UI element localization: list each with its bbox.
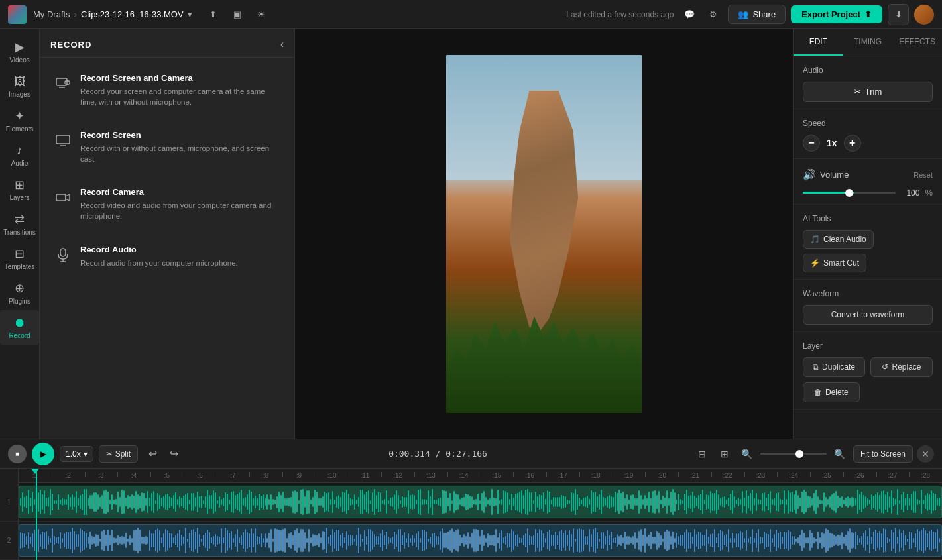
waveform-bar <box>662 539 664 541</box>
theme-icon-btn[interactable]: ☀ <box>252 5 270 24</box>
settings-icon-btn[interactable]: ⚙ <box>704 5 723 24</box>
waveform-bar <box>211 537 212 543</box>
waveform-bar <box>519 492 520 512</box>
sidebar-item-layers[interactable]: ⊞ Layers <box>0 172 39 207</box>
tab-edit[interactable]: EDIT <box>794 29 843 56</box>
sidebar-item-elements[interactable]: ✦ Elements <box>0 103 39 138</box>
undo-button[interactable]: ↩ <box>143 445 162 463</box>
waveform-bar <box>183 537 184 545</box>
volume-reset-button[interactable]: Reset <box>913 171 933 179</box>
waveform-bar <box>760 537 761 543</box>
record-option-audio[interactable]: Record Audio Record audio from your comp… <box>45 235 289 278</box>
zoom-in-icon-btn[interactable]: 🔍 <box>831 445 849 463</box>
waveform-bar <box>513 498 514 507</box>
waveform-bar <box>430 537 431 544</box>
waveform-bar <box>545 499 546 504</box>
stop-button[interactable]: ■ <box>8 445 27 463</box>
speed-increase-button[interactable]: + <box>844 135 861 152</box>
share-icon-btn[interactable]: ⬆ <box>204 5 223 24</box>
delete-button[interactable]: 🗑 Delete <box>803 382 860 402</box>
waveform-bar <box>728 529 729 553</box>
duplicate-button[interactable]: ⧉ Duplicate <box>803 357 865 377</box>
waveform-bar <box>46 498 47 507</box>
comment-icon-btn[interactable]: 💬 <box>680 5 699 24</box>
user-avatar[interactable] <box>914 5 934 25</box>
screen-desc: Record with or without camera, microphon… <box>80 143 280 164</box>
waveform-bar <box>923 500 924 504</box>
record-option-screen-camera[interactable]: Record Screen and Camera Record your scr… <box>45 63 289 117</box>
waveform-bar <box>20 532 21 549</box>
split-button[interactable]: ✂ Split <box>99 445 138 463</box>
smart-cut-button[interactable]: ⚡ Smart Cut <box>803 254 866 272</box>
track-2-clip[interactable] <box>19 524 942 557</box>
waveform-bar <box>615 537 616 544</box>
waveform-bar <box>680 499 681 506</box>
tab-effects[interactable]: EFFECTS <box>892 29 942 56</box>
waveform-bar <box>698 532 699 550</box>
sidebar-item-images[interactable]: 🖼 Images <box>0 69 39 103</box>
close-panel-button[interactable]: ‹ <box>280 38 284 50</box>
layout-icon-btn[interactable]: ▣ <box>228 5 247 24</box>
speed-selector[interactable]: 1.0x ▾ <box>60 446 93 462</box>
record-option-screen[interactable]: Record Screen Record with or without cam… <box>45 120 289 174</box>
waveform-bar <box>66 499 67 505</box>
breadcrumb-root[interactable]: My Drafts <box>33 9 70 19</box>
waveform-bar <box>374 534 375 547</box>
waveform-bar <box>141 537 143 545</box>
record-panel-header: RECORD ‹ <box>40 29 294 58</box>
waveform-bar <box>165 494 166 510</box>
share-button[interactable]: 👥 Share <box>728 5 786 24</box>
sidebar-item-record[interactable]: ⏺ Record <box>0 310 39 345</box>
waveform-bar <box>555 532 556 549</box>
waveform-2 <box>19 525 941 556</box>
close-timeline-button[interactable]: ✕ <box>917 445 934 463</box>
waveform-bar <box>607 530 608 551</box>
waveform-bar <box>322 531 324 550</box>
waveform-bar <box>382 500 383 504</box>
download-button[interactable]: ⬇ <box>888 4 909 25</box>
share-icon: 👥 <box>738 9 748 19</box>
zoom-out-icon-btn[interactable]: 🔍 <box>738 445 756 463</box>
sidebar-item-transitions[interactable]: ⇄ Transitions <box>0 207 39 241</box>
waveform-bar <box>404 497 405 506</box>
waveform-bar <box>668 531 670 550</box>
waveform-bar <box>690 495 691 510</box>
replace-button[interactable]: ↺ Replace <box>870 357 933 377</box>
waveform-bar <box>861 492 862 512</box>
waveform-bar <box>533 535 534 546</box>
waveform-bar <box>469 537 471 544</box>
sidebar-item-videos[interactable]: ▶ Videos <box>0 34 39 69</box>
waveform-bar <box>589 529 590 553</box>
waveform-bar <box>60 532 61 549</box>
waveform-bar <box>225 492 226 512</box>
fit-screen-button[interactable]: Fit to Screen <box>853 445 913 463</box>
waveform-bar <box>630 537 632 544</box>
trim-button[interactable]: ✂ Trim <box>803 82 933 102</box>
waveform-bar <box>445 491 447 513</box>
snapping-icon-btn[interactable]: ⊟ <box>693 445 711 463</box>
speed-decrease-button[interactable]: − <box>803 135 820 152</box>
waveform-bar <box>716 490 717 514</box>
tab-timing[interactable]: TIMING <box>843 29 893 56</box>
waveform-bar <box>302 489 304 514</box>
fit-tracks-icon-btn[interactable]: ⊞ <box>715 445 734 463</box>
redo-button[interactable]: ↪ <box>164 445 183 463</box>
sidebar-item-templates[interactable]: ⊟ Templates <box>0 241 39 276</box>
waveform-bar <box>782 500 783 504</box>
breadcrumb-filename[interactable]: Clips23-12-16_16-33.MOV <box>81 9 184 19</box>
convert-waveform-button[interactable]: Convert to waveform <box>803 305 933 325</box>
sidebar-item-audio[interactable]: ♪ Audio <box>0 138 39 172</box>
export-button[interactable]: Export Project ⬆ <box>791 5 882 23</box>
waveform-bar <box>362 539 363 542</box>
waveform-bar <box>827 530 829 551</box>
volume-slider[interactable] <box>803 192 896 194</box>
filename-dropdown-icon[interactable]: ▾ <box>188 9 192 19</box>
waveform-bar <box>549 530 550 551</box>
sidebar-item-plugins[interactable]: ⊕ Plugins <box>0 276 39 310</box>
waveform-bar <box>702 490 703 515</box>
zoom-slider[interactable] <box>760 453 827 455</box>
record-option-camera[interactable]: Record Camera Record video and audio fro… <box>45 177 289 231</box>
clean-audio-button[interactable]: 🎵 Clean Audio <box>803 230 874 249</box>
play-button[interactable]: ▶ <box>32 443 54 465</box>
track-1-clip[interactable] <box>19 486 942 518</box>
